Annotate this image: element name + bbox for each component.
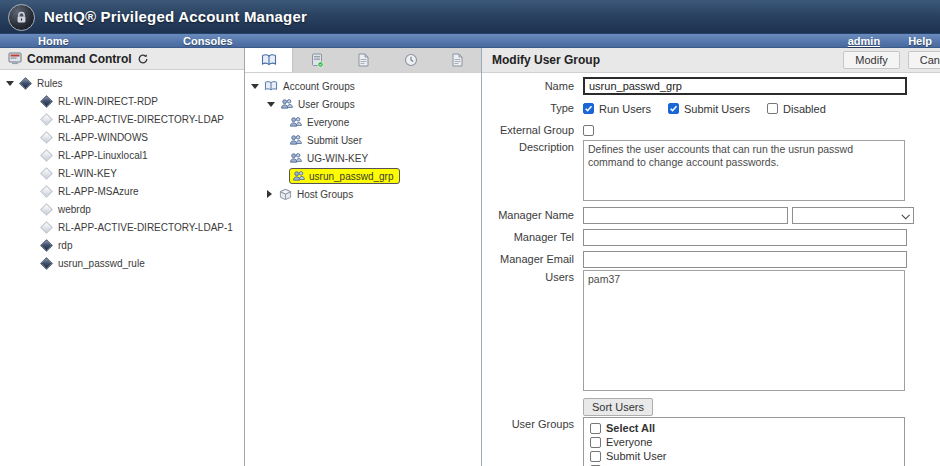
- users-icon: [292, 170, 305, 182]
- tree-node-label: webrdp: [58, 204, 91, 215]
- users-icon: [289, 134, 302, 146]
- tree-node-account-groups[interactable]: Account Groups: [245, 77, 481, 95]
- manager-email-label: Manager Email: [490, 252, 583, 267]
- description-textarea[interactable]: Defines the user accounts that can run t…: [583, 140, 905, 201]
- tree-node-label: RL-APP-MSAzure: [58, 186, 139, 197]
- manager-name-label: Manager Name: [490, 208, 583, 223]
- tree-node-user-group[interactable]: Submit User: [245, 131, 481, 149]
- tab-reports[interactable]: [434, 48, 481, 72]
- modify-user-group-panel: Modify User Group Modify Cancel Name Typ…: [482, 48, 940, 466]
- submit-user-option: Submit User: [590, 450, 898, 462]
- tree-node-rule[interactable]: RL-APP-Linuxlocal1: [0, 146, 244, 164]
- selected-node-highlight[interactable]: usrun_passwd_grp: [289, 168, 400, 184]
- collapse-arrow-icon[interactable]: [6, 81, 14, 86]
- disabled-option: Disabled: [767, 103, 826, 115]
- tree-node-label: Account Groups: [283, 81, 355, 92]
- tree-node-rules[interactable]: Rules: [0, 74, 244, 92]
- tab-scripts[interactable]: [340, 48, 387, 72]
- rules-tree: Rules RL-WIN-DIRECT-RDP RL-APP-ACTIVE-DI…: [0, 70, 244, 272]
- external-group-label: External Group: [490, 123, 583, 138]
- collapse-arrow-icon[interactable]: [251, 84, 259, 89]
- menu-consoles[interactable]: Consoles: [183, 35, 233, 47]
- tree-node-user-group[interactable]: Everyone: [245, 113, 481, 131]
- rule-diamond-icon: [40, 95, 53, 108]
- collapse-arrow-icon[interactable]: [267, 102, 275, 107]
- server-icon: [310, 53, 324, 68]
- tree-node-label: usrun_passwd_rule: [58, 258, 145, 269]
- refresh-icon[interactable]: [137, 53, 149, 65]
- manager-email-input[interactable]: [583, 251, 907, 268]
- tree-node-user-group-selected[interactable]: usrun_passwd_grp: [245, 167, 481, 185]
- tree-node-label: Everyone: [307, 117, 349, 128]
- checkbox-label: Select All: [606, 422, 655, 434]
- tree-node-rule[interactable]: rdp: [0, 236, 244, 254]
- checkbox-label: Submit User: [606, 450, 667, 462]
- users-icon: [289, 152, 302, 164]
- manager-tel-label: Manager Tel: [490, 230, 583, 245]
- tree-node-rule[interactable]: webrdp: [0, 200, 244, 218]
- rule-diamond-icon: [40, 149, 53, 162]
- users-label: Users: [490, 270, 583, 285]
- manager-name-select[interactable]: [792, 207, 914, 224]
- description-label: Description: [490, 140, 583, 155]
- tree-node-rule[interactable]: RL-APP-MSAzure: [0, 182, 244, 200]
- tree-node-label: Rules: [37, 78, 63, 89]
- clock-icon: [404, 53, 418, 67]
- modify-button[interactable]: Modify: [843, 51, 899, 69]
- checkbox-label: Run Users: [599, 103, 651, 115]
- everyone-option: Everyone: [590, 436, 898, 448]
- submit-user-checkbox[interactable]: [590, 451, 601, 462]
- manager-tel-input[interactable]: [583, 229, 907, 246]
- tree-node-user-group[interactable]: UG-WIN-KEY: [245, 149, 481, 167]
- tree-node-rule[interactable]: RL-APP-ACTIVE-DIRECTORY-LDAP: [0, 110, 244, 128]
- rule-diamond-icon: [40, 203, 53, 216]
- tree-node-label: RL-APP-WINDOWS: [58, 132, 148, 143]
- name-input[interactable]: [583, 77, 907, 95]
- expand-arrow-icon[interactable]: [267, 190, 272, 198]
- form-header: Modify User Group Modify Cancel: [482, 48, 940, 73]
- tree-node-label: RL-APP-Linuxlocal1: [58, 150, 148, 161]
- rule-diamond-icon: [40, 131, 53, 144]
- sort-users-button[interactable]: Sort Users: [583, 398, 653, 416]
- name-label: Name: [490, 79, 583, 94]
- cancel-button[interactable]: Cancel: [908, 51, 940, 69]
- title-bar: NetIQ® Privileged Account Manager: [0, 0, 940, 33]
- tab-hosts[interactable]: [293, 48, 340, 72]
- command-control-header: Command Control: [0, 48, 244, 70]
- document-icon: [451, 53, 464, 67]
- tree-node-rule[interactable]: RL-WIN-KEY: [0, 164, 244, 182]
- select-all-option: Select All: [590, 422, 898, 434]
- menu-home[interactable]: Home: [38, 35, 69, 47]
- menu-help[interactable]: Help: [908, 35, 932, 47]
- external-group-checkbox[interactable]: [583, 125, 594, 136]
- tree-node-label: RL-APP-ACTIVE-DIRECTORY-LDAP: [58, 114, 224, 125]
- tree-node-label: Submit User: [307, 135, 362, 146]
- tree-node-rule[interactable]: RL-APP-ACTIVE-DIRECTORY-LDAP-1: [0, 218, 244, 236]
- tree-node-rule[interactable]: RL-WIN-DIRECT-RDP: [0, 92, 244, 110]
- run-users-checkbox[interactable]: [583, 103, 594, 114]
- tree-node-host-groups[interactable]: Host Groups: [245, 185, 481, 203]
- disabled-checkbox[interactable]: [767, 103, 778, 114]
- form-title: Modify User Group: [492, 53, 600, 67]
- tab-schedule[interactable]: [387, 48, 434, 72]
- users-icon: [289, 116, 302, 128]
- checkbox-label: Disabled: [783, 103, 826, 115]
- tab-account-groups[interactable]: [245, 48, 293, 72]
- tree-node-label: Host Groups: [297, 189, 353, 200]
- tree-node-label: RL-WIN-KEY: [58, 168, 117, 179]
- tree-node-rule[interactable]: usrun_passwd_rule: [0, 254, 244, 272]
- menu-admin-user[interactable]: admin: [848, 35, 880, 47]
- select-all-checkbox[interactable]: [590, 423, 601, 434]
- everyone-checkbox[interactable]: [590, 437, 601, 448]
- rule-diamond-icon: [40, 167, 53, 180]
- tree-node-user-groups[interactable]: User Groups: [245, 95, 481, 113]
- account-groups-tree: Account Groups User Groups: [245, 73, 481, 203]
- submit-users-checkbox[interactable]: [668, 103, 679, 114]
- tree-node-rule[interactable]: RL-APP-WINDOWS: [0, 128, 244, 146]
- netiq-logo: [8, 4, 35, 31]
- run-users-option: Run Users: [583, 103, 651, 115]
- manager-name-input[interactable]: [583, 207, 788, 224]
- tree-node-label: User Groups: [298, 99, 355, 110]
- users-textarea[interactable]: pam37: [583, 270, 905, 391]
- application-window: NetIQ® Privileged Account Manager Home C…: [0, 0, 940, 466]
